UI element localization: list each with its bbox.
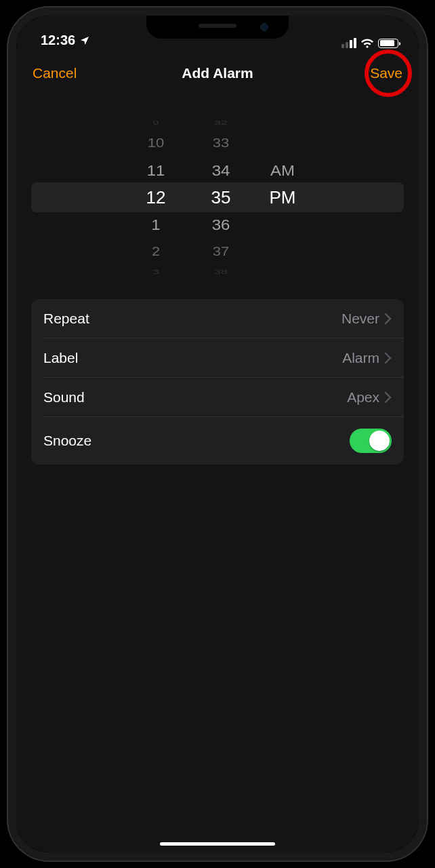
location-arrow-icon [79, 35, 90, 46]
sound-label: Sound [43, 389, 85, 406]
minute-picker[interactable]: 32 33 34 35 36 37 38 [197, 109, 245, 285]
page-title: Add Alarm [182, 65, 253, 81]
minute-option: 34 [197, 157, 245, 183]
alarm-settings-group: Repeat Never Label Alarm Sound [31, 299, 404, 465]
minute-option: 38 [197, 269, 245, 276]
minute-option: 36 [197, 212, 245, 237]
status-right [341, 38, 398, 48]
time-picker[interactable]: 9 10 11 12 1 2 3 32 33 34 35 36 37 38 [31, 109, 404, 285]
chevron-right-icon [385, 353, 392, 363]
hour-option: 1 [132, 212, 180, 237]
ampm-picker[interactable]: AM PM [262, 109, 303, 285]
ampm-spacer [262, 269, 303, 276]
phone-frame: 12:36 [8, 7, 427, 861]
toggle-knob [369, 431, 390, 451]
hour-option: 9 [132, 119, 180, 127]
ampm-spacer [262, 132, 303, 155]
save-button[interactable]: Save [370, 65, 402, 81]
front-camera [260, 23, 268, 31]
snooze-toggle[interactable] [350, 429, 392, 453]
ampm-spacer [262, 119, 303, 127]
sound-value: Apex [347, 389, 379, 406]
hour-option: 3 [132, 269, 180, 276]
chevron-right-icon [385, 313, 392, 324]
minute-selected: 35 [197, 184, 245, 211]
status-left: 12:36 [41, 33, 90, 48]
ampm-option: AM [262, 157, 303, 183]
nav-bar: Cancel Add Alarm Save [16, 50, 419, 97]
status-time: 12:36 [41, 33, 75, 48]
label-value: Alarm [342, 350, 379, 366]
screen: 12:36 [16, 16, 419, 852]
battery-icon [378, 39, 398, 48]
hour-option: 11 [132, 157, 180, 183]
ampm-spacer [262, 212, 303, 237]
wifi-icon [360, 39, 374, 48]
sound-row[interactable]: Sound Apex [31, 378, 404, 417]
ampm-spacer [262, 240, 303, 263]
earpiece-speaker [199, 24, 236, 28]
minute-option: 33 [197, 132, 245, 155]
label-label: Label [43, 350, 78, 366]
notch [146, 16, 289, 39]
battery-fill [380, 40, 394, 46]
repeat-value: Never [341, 311, 379, 327]
cancel-button[interactable]: Cancel [33, 65, 77, 81]
minute-option: 37 [197, 240, 245, 263]
minute-option: 32 [197, 119, 245, 127]
snooze-label: Snooze [43, 433, 91, 449]
hour-picker[interactable]: 9 10 11 12 1 2 3 [132, 109, 180, 285]
ampm-selected: PM [262, 184, 303, 211]
repeat-row[interactable]: Repeat Never [31, 299, 404, 338]
hour-option: 2 [132, 240, 180, 263]
chevron-right-icon [385, 392, 392, 403]
repeat-label: Repeat [43, 311, 89, 327]
cellular-signal-icon [341, 38, 356, 48]
hour-selected: 12 [132, 184, 180, 211]
label-row[interactable]: Label Alarm [31, 338, 404, 378]
hour-option: 10 [132, 132, 180, 155]
home-indicator[interactable] [160, 842, 275, 846]
snooze-row: Snooze [31, 417, 404, 465]
